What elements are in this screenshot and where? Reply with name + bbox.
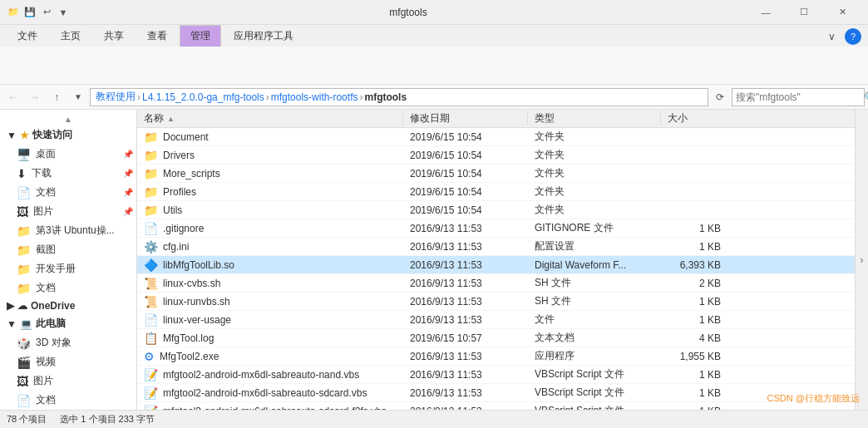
file-row[interactable]: 📝 mfgtool2-android-mx6dl-sabreauto-nand.… bbox=[137, 366, 855, 384]
file-row[interactable]: 📜 linux-cvbs.sh 2016/9/13 11:53 SH 文件 2 … bbox=[137, 274, 855, 293]
breadcrumb-part-3[interactable]: mfgtools-with-rootfs bbox=[271, 91, 358, 103]
desktop-icon: 🖥️ bbox=[17, 148, 31, 161]
tab-share[interactable]: 共享 bbox=[93, 25, 135, 47]
sidebar-item-pictures[interactable]: 🖼 图片 📌 bbox=[0, 202, 136, 221]
file-row[interactable]: 📋 MfgTool.log 2019/6/15 10:57 文本文档 4 KB bbox=[137, 329, 855, 347]
file-row[interactable]: 📝 mfgtool2-android-mx6dl-sabreauto-sdcar… bbox=[137, 384, 855, 402]
col-header-size[interactable]: 大小 bbox=[661, 111, 727, 125]
file-row[interactable]: 📁 More_scripts 2019/6/15 10:54 文件夹 bbox=[137, 165, 855, 183]
search-input[interactable] bbox=[732, 91, 864, 103]
cell-date: 2016/9/13 11:53 bbox=[403, 278, 528, 289]
col-size-label: 大小 bbox=[668, 112, 688, 124]
col-header-type[interactable]: 类型 bbox=[528, 111, 661, 125]
videos-icon: 🎬 bbox=[17, 356, 31, 369]
ribbon-expand-button[interactable]: ∨ bbox=[821, 27, 841, 47]
breadcrumb-sep-1: › bbox=[137, 91, 141, 103]
breadcrumb-part-1[interactable]: 教程使用 bbox=[96, 90, 136, 104]
app-icon: 📁 bbox=[7, 6, 20, 19]
file-list: 📁 Document 2019/6/15 10:54 文件夹 📁 Drivers… bbox=[137, 128, 855, 410]
cell-size: 4 KB bbox=[661, 332, 727, 344]
file-icon: 📁 bbox=[144, 167, 158, 180]
file-row[interactable]: 📁 Profiles 2019/6/15 10:54 文件夹 bbox=[137, 183, 855, 201]
sidebar-item-ubuntu[interactable]: 📁 第3讲 Ubuntu操... bbox=[0, 221, 136, 240]
cell-name: 📄 .gitignore bbox=[137, 222, 403, 235]
search-box: 🔍 bbox=[732, 88, 865, 106]
cell-date: 2016/9/13 11:53 bbox=[403, 314, 528, 326]
cell-type: VBScript Script 文件 bbox=[528, 404, 661, 410]
cell-date: 2019/6/15 10:54 bbox=[403, 150, 528, 161]
sidebar-item-documents2[interactable]: 📄 文档 bbox=[0, 391, 136, 410]
file-row[interactable]: 📄 linux-ver-usage 2016/9/13 11:53 文件 1 K… bbox=[137, 311, 855, 329]
cell-date: 2016/9/13 11:53 bbox=[403, 387, 528, 399]
up-button[interactable]: ↑ bbox=[47, 87, 67, 107]
col-header-date[interactable]: 修改日期 bbox=[403, 111, 528, 125]
help-button[interactable]: ? bbox=[845, 28, 861, 45]
cell-type: 文件夹 bbox=[528, 203, 661, 217]
right-collapse-panel[interactable]: › bbox=[855, 110, 868, 410]
column-header: 名称 ▲ 修改日期 类型 大小 bbox=[137, 110, 855, 128]
cell-name: 📜 linux-cvbs.sh bbox=[137, 277, 403, 290]
dropdown-icon[interactable]: ▼ bbox=[57, 6, 70, 19]
cell-date: 2019/6/15 10:54 bbox=[403, 204, 528, 216]
close-button[interactable]: ✕ bbox=[823, 0, 861, 25]
sidebar-item-docs2[interactable]: 📁 文档 bbox=[0, 278, 136, 298]
file-row[interactable]: 📁 Drivers 2019/6/15 10:54 文件夹 bbox=[137, 146, 855, 165]
sidebar-section-quickaccess[interactable]: ▼ ★ 快速访问 bbox=[0, 125, 136, 145]
file-row[interactable]: 📄 .gitignore 2016/9/13 11:53 GITIGNORE 文… bbox=[137, 219, 855, 238]
tab-file[interactable]: 文件 bbox=[7, 25, 48, 47]
address-path[interactable]: 教程使用 › L4.1.15_2.0.0-ga_mfg-tools › mfgt… bbox=[90, 88, 708, 106]
col-header-name[interactable]: 名称 ▲ bbox=[137, 111, 403, 125]
sidebar-item-devmanual[interactable]: 📁 开发手册 bbox=[0, 259, 136, 278]
file-row[interactable]: ⚙ MfgTool2.exe 2016/9/13 11:53 应用程序 1,95… bbox=[137, 347, 855, 366]
forward-button[interactable]: → bbox=[25, 87, 45, 107]
sidebar-item-documents[interactable]: 📄 文档 📌 bbox=[0, 183, 136, 202]
onedrive-chevron: ▶ bbox=[7, 300, 14, 312]
cell-type: Digital Waveform F... bbox=[528, 259, 661, 271]
sidebar-section-onedrive[interactable]: ▶ ☁ OneDrive bbox=[0, 298, 136, 314]
sidebar-item-screenshots[interactable]: 📁 截图 bbox=[0, 240, 136, 259]
sidebar-section-thispc[interactable]: ▼ 💻 此电脑 bbox=[0, 314, 136, 333]
maximize-button[interactable]: ☐ bbox=[785, 0, 823, 25]
file-row[interactable]: ⚙️ cfg.ini 2016/9/13 11:53 配置设置 1 KB bbox=[137, 238, 855, 256]
status-bar: 78 个项目 选中 1 个项目 233 字节 bbox=[0, 410, 868, 428]
cell-type: 文本文档 bbox=[528, 331, 661, 345]
undo-icon[interactable]: ↩ bbox=[40, 6, 53, 19]
recent-locations-button[interactable]: ▼ bbox=[68, 87, 88, 107]
file-row[interactable]: 📁 Document 2019/6/15 10:54 文件夹 bbox=[137, 128, 855, 146]
file-row[interactable]: 🔷 libMfgToolLib.so 2016/9/13 11:53 Digit… bbox=[137, 256, 855, 274]
sidebar-collapse-top[interactable]: ▲ bbox=[0, 113, 136, 125]
search-icon[interactable]: 🔍 bbox=[864, 91, 868, 103]
pictures2-label: 图片 bbox=[33, 374, 53, 388]
file-icon: 📜 bbox=[144, 295, 158, 308]
sidebar-item-3dobjects[interactable]: 🎲 3D 对象 bbox=[0, 333, 136, 352]
file-icon: 📝 bbox=[144, 368, 158, 381]
pin-icon-documents: 📌 bbox=[123, 188, 133, 197]
cell-name: 🔷 libMfgToolLib.so bbox=[137, 258, 403, 272]
cell-size: 1 KB bbox=[661, 314, 727, 326]
file-icon: 🔷 bbox=[144, 258, 158, 272]
file-row[interactable]: 📝 mfgtool2-android-mx6dl-sabreauto-sdcar… bbox=[137, 402, 855, 410]
sidebar-item-downloads[interactable]: ⬇ 下载 📌 bbox=[0, 164, 136, 183]
tab-home[interactable]: 主页 bbox=[50, 25, 91, 47]
sidebar-item-videos[interactable]: 🎬 视频 bbox=[0, 352, 136, 371]
file-icon: 📄 bbox=[144, 313, 158, 327]
devmanual-label: 开发手册 bbox=[36, 262, 76, 276]
cell-date: 2016/9/13 11:53 bbox=[403, 369, 528, 381]
back-button[interactable]: ← bbox=[3, 87, 23, 107]
documents-label: 文档 bbox=[36, 185, 56, 199]
file-row[interactable]: 📁 Utils 2019/6/15 10:54 文件夹 bbox=[137, 201, 855, 219]
3dobjects-label: 3D 对象 bbox=[36, 336, 72, 350]
sidebar-item-desktop[interactable]: 🖥️ 桌面 📌 bbox=[0, 145, 136, 164]
screenshots-folder-icon: 📁 bbox=[17, 244, 31, 257]
file-icon: 📝 bbox=[144, 386, 158, 400]
refresh-button[interactable]: ⟳ bbox=[710, 88, 730, 106]
file-row[interactable]: 📜 linux-runvbs.sh 2016/9/13 11:53 SH 文件 … bbox=[137, 293, 855, 311]
sidebar-item-pictures2[interactable]: 🖼 图片 bbox=[0, 371, 136, 391]
tab-manage[interactable]: 管理 bbox=[180, 25, 221, 47]
tab-apptools[interactable]: 应用程序工具 bbox=[223, 25, 304, 47]
minimize-button[interactable]: — bbox=[747, 0, 785, 25]
tab-view[interactable]: 查看 bbox=[136, 25, 178, 47]
save-icon[interactable]: 💾 bbox=[23, 6, 37, 19]
breadcrumb-part-2[interactable]: L4.1.15_2.0.0-ga_mfg-tools bbox=[142, 91, 264, 103]
cell-date: 2016/9/13 11:53 bbox=[403, 223, 528, 234]
